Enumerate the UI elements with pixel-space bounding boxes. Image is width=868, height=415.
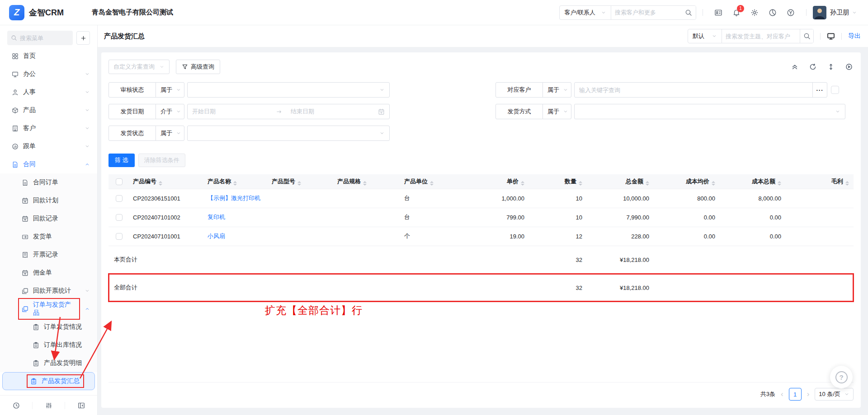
help-button[interactable]: ? <box>830 366 853 388</box>
product-delivery-table: 产品编号产品名称产品型号产品规格产品单位单价数量总金额成本均价成本总额毛利CP2… <box>108 174 854 302</box>
divider <box>841 33 842 40</box>
filter-value-delivery-date[interactable]: 开始日期结束日期 <box>187 104 390 119</box>
sidebar-item-office[interactable]: 办公 <box>0 65 97 83</box>
contacts-icon[interactable] <box>714 9 722 17</box>
settings-gear-icon[interactable] <box>750 9 759 17</box>
help-center-icon[interactable] <box>787 9 795 17</box>
menu-search-input[interactable] <box>20 35 65 42</box>
sidebar-item-product-delivery-detail[interactable]: 产品发货明细 <box>0 354 97 372</box>
scheme-select[interactable]: 自定义方案查询 <box>108 60 170 74</box>
display-mode-icon[interactable] <box>827 32 835 40</box>
current-page[interactable]: 1 <box>789 388 802 401</box>
select-all-checkbox[interactable] <box>116 178 123 185</box>
filter-op-customer[interactable]: 属于 <box>542 82 571 98</box>
refresh-icon[interactable] <box>809 63 816 70</box>
sidebar-item-product[interactable]: 产品 <box>0 101 97 119</box>
sidebar-item-delivery-order[interactable]: 发货单 <box>0 228 97 246</box>
sidebar-item-customer[interactable]: 客户 <box>0 119 97 137</box>
column-header-amount[interactable]: 总金额 <box>587 174 654 189</box>
column-header-code[interactable]: 产品编号 <box>128 174 203 189</box>
collapse-sidebar-icon[interactable] <box>65 402 97 409</box>
more-options-button[interactable]: ··· <box>812 83 827 97</box>
filter-op-delivery-method[interactable]: 属于 <box>542 104 571 119</box>
end-date-placeholder[interactable]: 结束日期 <box>291 107 375 116</box>
column-header-qty[interactable]: 数量 <box>529 174 587 189</box>
sidebar-item-label: 回款开票统计 <box>33 287 71 295</box>
avatar[interactable] <box>813 6 826 19</box>
filter-checkbox[interactable] <box>831 86 839 94</box>
column-header-unit[interactable]: 产品单位 <box>400 174 468 189</box>
collapse-panel-icon[interactable] <box>791 63 798 70</box>
sidebar-item-hr[interactable]: 人事 <box>0 83 97 101</box>
filter-value-delivery-status[interactable] <box>187 126 390 141</box>
app-logo[interactable]: Z <box>9 5 24 20</box>
start-date-placeholder[interactable]: 开始日期 <box>192 107 267 116</box>
notifications-bell-icon[interactable]: 1 <box>732 9 741 17</box>
column-header-cost_avg[interactable]: 成本均价 <box>654 174 720 189</box>
prev-page-button[interactable]: ‹ <box>780 390 784 399</box>
column-header-spec[interactable]: 产品规格 <box>333 174 400 189</box>
clear-filters-button[interactable]: 清除筛选条件 <box>138 154 185 167</box>
column-header-model[interactable]: 产品型号 <box>267 174 333 189</box>
history-icon[interactable] <box>0 402 32 409</box>
sidebar-item-payment-plan[interactable]: 回款计划 <box>0 191 97 210</box>
reports-pie-icon[interactable] <box>769 9 777 17</box>
column-header-profit[interactable]: 毛利 <box>786 174 854 189</box>
filter-value-audit-status[interactable] <box>187 82 390 98</box>
row-checkbox[interactable] <box>116 195 123 202</box>
product-link[interactable]: 【示例】激光打印机 <box>208 195 260 201</box>
list-search-input[interactable] <box>722 33 800 40</box>
sidebar-item-contract-order[interactable]: 合同订单 <box>0 173 97 191</box>
advanced-query-button[interactable]: 高级查询 <box>176 60 220 74</box>
filter-value-customer: ··· <box>574 82 827 98</box>
sidebar-item-order-outbound-status[interactable]: 订单出库情况 <box>0 336 97 354</box>
product-link[interactable]: 复印机 <box>208 214 225 220</box>
sidebar-item-order-delivery-status[interactable]: 订单发货情况 <box>0 318 97 336</box>
page-size-select[interactable]: 10 条/页 <box>815 388 854 401</box>
filter-op-delivery-date[interactable]: 介于 <box>156 104 184 119</box>
grand-total-row: 全部合计32¥18,218.00 <box>108 274 854 302</box>
user-name[interactable]: 孙卫朋 <box>830 9 849 17</box>
column-header-price[interactable]: 单价 <box>468 174 529 189</box>
sidebar-item-follow-up[interactable]: 跟单 <box>0 137 97 155</box>
search-scope-value: 客户/联系人 <box>564 9 595 17</box>
filter-op-audit-status[interactable]: 属于 <box>156 82 184 98</box>
sidebar-item-invoice-record[interactable]: 开票记录 <box>0 246 97 264</box>
global-search-input[interactable] <box>611 9 681 16</box>
sidebar-item-product-delivery-summary[interactable]: 产品发货汇总 <box>2 372 95 390</box>
filter-button[interactable]: 筛 选 <box>108 154 135 167</box>
chevron-down-icon <box>712 33 717 39</box>
search-scope-select[interactable]: 客户/联系人 <box>560 6 611 19</box>
export-link[interactable]: 导出 <box>848 32 861 40</box>
sidebar-item-commission-order[interactable]: 佣金单 <box>0 264 97 282</box>
play-circle-icon[interactable] <box>845 63 853 70</box>
add-menu-button[interactable] <box>76 31 90 45</box>
sort-icon <box>233 181 237 186</box>
chevron-down-icon[interactable] <box>852 10 857 15</box>
filter-value-delivery-method[interactable] <box>574 104 845 119</box>
column-header-name[interactable]: 产品名称 <box>203 174 267 189</box>
search-icon[interactable] <box>800 29 813 43</box>
view-select[interactable]: 默认 <box>688 29 722 43</box>
row-height-icon[interactable] <box>827 63 835 70</box>
chevron-down-icon <box>601 10 606 15</box>
product-link[interactable]: 小风扇 <box>208 233 225 239</box>
sidebar-item-contract[interactable]: 合同 <box>0 155 97 173</box>
sidebar-item-label: 合同 <box>23 160 36 168</box>
sidebar-item-home[interactable]: 首页 <box>0 47 97 65</box>
column-header-cost_total[interactable]: 成本总额 <box>720 174 786 189</box>
row-checkbox[interactable] <box>116 233 123 240</box>
sidebar-item-order-delivery-products[interactable]: 订单与发货产品 <box>0 300 97 318</box>
sidebar-item-label: 人事 <box>23 88 36 96</box>
sidebar-item-payment-invoice-stats[interactable]: 回款开票统计 <box>0 282 97 300</box>
sort-icon <box>712 181 715 186</box>
sidebar-item-label: 回款记录 <box>33 214 58 223</box>
search-icon[interactable] <box>681 6 696 19</box>
next-page-button[interactable]: › <box>806 390 811 399</box>
preferences-icon[interactable] <box>32 402 65 409</box>
sidebar-item-payment-record[interactable]: 回款记录 <box>0 210 97 228</box>
filter-input-customer[interactable] <box>579 87 812 93</box>
filter-op-delivery-status[interactable]: 属于 <box>156 126 184 141</box>
row-checkbox[interactable] <box>116 214 123 221</box>
question-mark-icon: ? <box>835 371 848 383</box>
